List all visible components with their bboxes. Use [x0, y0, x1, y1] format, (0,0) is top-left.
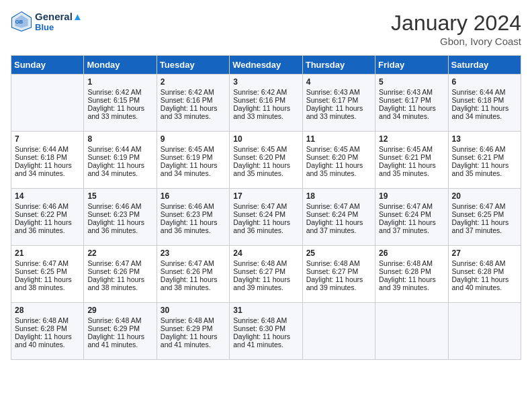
cell-line: Sunset: 6:30 PM — [233, 324, 298, 332]
cell-line: Sunrise: 6:48 AM — [15, 316, 80, 324]
cell-line: Sunrise: 6:45 AM — [379, 145, 444, 153]
cell-line: Sunrise: 6:42 AM — [87, 88, 152, 96]
cell-line: Daylight: 11 hours — [87, 104, 152, 112]
cell-line: Daylight: 11 hours — [452, 161, 517, 169]
cell-line: Sunset: 6:22 PM — [15, 210, 80, 218]
cell-line: Daylight: 11 hours — [233, 275, 298, 283]
cell-line: Daylight: 11 hours — [233, 332, 298, 340]
cell-line: Daylight: 11 hours — [306, 104, 371, 112]
cell-line: Sunset: 6:17 PM — [306, 96, 371, 104]
cell-line: and 35 minutes. — [379, 169, 444, 177]
calendar-cell: 20Sunrise: 6:47 AMSunset: 6:25 PMDayligh… — [448, 189, 521, 246]
cell-line: and 37 minutes. — [306, 226, 371, 234]
calendar-cell: 25Sunrise: 6:48 AMSunset: 6:27 PMDayligh… — [302, 246, 375, 303]
calendar-cell — [448, 303, 521, 360]
cell-line: Sunset: 6:25 PM — [15, 267, 80, 275]
col-header-thursday: Thursday — [302, 56, 375, 75]
calendar-cell: 1Sunrise: 6:42 AMSunset: 6:15 PMDaylight… — [84, 75, 157, 132]
cell-line: and 35 minutes. — [306, 169, 371, 177]
cell-line: and 34 minutes. — [15, 169, 80, 177]
cell-line: Sunset: 6:21 PM — [452, 153, 517, 161]
cell-line: and 35 minutes. — [452, 169, 517, 177]
calendar-cell: 3Sunrise: 6:42 AMSunset: 6:16 PMDaylight… — [230, 75, 302, 132]
cell-line: Daylight: 11 hours — [15, 218, 80, 226]
day-number: 28 — [15, 306, 80, 315]
cell-line: and 36 minutes. — [161, 226, 226, 234]
cell-line: Daylight: 11 hours — [87, 161, 152, 169]
cell-line: and 39 minutes. — [379, 283, 444, 291]
cell-line: Sunrise: 6:47 AM — [452, 202, 517, 210]
title-block: January 2024 Gbon, Ivory Coast — [391, 11, 521, 47]
cell-line: Sunset: 6:16 PM — [233, 96, 298, 104]
day-number: 14 — [15, 191, 80, 201]
cell-line: Daylight: 11 hours — [233, 218, 298, 226]
cell-line: Sunrise: 6:47 AM — [306, 202, 371, 210]
cell-line: Sunrise: 6:43 AM — [379, 88, 444, 96]
col-header-sunday: Sunday — [11, 56, 84, 75]
cell-line: and 33 minutes. — [306, 112, 371, 120]
cell-line: Sunset: 6:24 PM — [233, 210, 298, 218]
cell-line: Sunrise: 6:45 AM — [161, 145, 226, 153]
cell-line: and 38 minutes. — [161, 283, 226, 291]
calendar-cell: 28Sunrise: 6:48 AMSunset: 6:28 PMDayligh… — [11, 303, 84, 360]
calendar-cell: 11Sunrise: 6:45 AMSunset: 6:20 PMDayligh… — [302, 132, 375, 189]
cell-line: Sunset: 6:27 PM — [306, 267, 371, 275]
cell-line: Daylight: 11 hours — [15, 161, 80, 169]
cell-line: Sunrise: 6:46 AM — [161, 202, 226, 210]
cell-line: and 41 minutes. — [233, 340, 298, 349]
cell-line: Sunrise: 6:44 AM — [87, 145, 152, 153]
cell-line: Daylight: 11 hours — [379, 275, 444, 283]
day-number: 27 — [452, 248, 517, 258]
day-number: 21 — [15, 248, 80, 258]
col-header-friday: Friday — [375, 56, 448, 75]
cell-line: Sunset: 6:25 PM — [452, 210, 517, 218]
cell-line: Daylight: 11 hours — [306, 275, 371, 283]
day-number: 6 — [452, 77, 517, 87]
cell-line: Sunset: 6:15 PM — [87, 96, 152, 104]
page-header: GB General▲ Blue January 2024 Gbon, Ivor… — [11, 11, 521, 47]
calendar-cell: 17Sunrise: 6:47 AMSunset: 6:24 PMDayligh… — [230, 189, 302, 246]
col-header-monday: Monday — [84, 56, 157, 75]
calendar-cell: 21Sunrise: 6:47 AMSunset: 6:25 PMDayligh… — [11, 246, 84, 303]
day-number: 31 — [233, 306, 298, 315]
cell-line: Daylight: 11 hours — [161, 161, 226, 169]
day-number: 7 — [15, 134, 80, 144]
cell-line: Sunrise: 6:47 AM — [379, 202, 444, 210]
calendar-cell: 24Sunrise: 6:48 AMSunset: 6:27 PMDayligh… — [230, 246, 302, 303]
cell-line: Sunrise: 6:47 AM — [161, 259, 226, 267]
calendar-cell: 22Sunrise: 6:47 AMSunset: 6:26 PMDayligh… — [84, 246, 157, 303]
cell-line: and 34 minutes. — [379, 112, 444, 120]
cell-line: and 38 minutes. — [15, 283, 80, 291]
location-subtitle: Gbon, Ivory Coast — [391, 36, 521, 47]
cell-line: Sunset: 6:26 PM — [161, 267, 226, 275]
cell-line: Sunset: 6:29 PM — [161, 324, 226, 332]
day-number: 23 — [161, 248, 226, 258]
cell-line: and 36 minutes. — [87, 226, 152, 234]
day-number: 13 — [452, 134, 517, 144]
cell-line: Sunset: 6:24 PM — [306, 210, 371, 218]
day-number: 2 — [161, 77, 226, 87]
cell-line: Daylight: 11 hours — [233, 161, 298, 169]
day-number: 5 — [379, 77, 444, 87]
calendar-cell: 16Sunrise: 6:46 AMSunset: 6:23 PMDayligh… — [157, 189, 229, 246]
cell-line: Sunrise: 6:46 AM — [87, 202, 152, 210]
cell-line: and 34 minutes. — [161, 169, 226, 177]
calendar-cell: 7Sunrise: 6:44 AMSunset: 6:18 PMDaylight… — [11, 132, 84, 189]
cell-line: and 41 minutes. — [161, 340, 226, 349]
cell-line: Sunrise: 6:43 AM — [306, 88, 371, 96]
cell-line: Daylight: 11 hours — [452, 218, 517, 226]
cell-line: Daylight: 11 hours — [161, 332, 226, 340]
cell-line: Sunrise: 6:45 AM — [233, 145, 298, 153]
cell-line: Daylight: 11 hours — [452, 104, 517, 112]
cell-line: Daylight: 11 hours — [15, 332, 80, 340]
cell-line: Sunset: 6:24 PM — [379, 210, 444, 218]
cell-line: Sunrise: 6:48 AM — [161, 316, 226, 324]
cell-line: and 36 minutes. — [15, 226, 80, 234]
svg-text:GB: GB — [15, 19, 23, 25]
calendar-table: SundayMondayTuesdayWednesdayThursdayFrid… — [11, 55, 521, 360]
cell-line: Daylight: 11 hours — [379, 161, 444, 169]
cell-line: and 35 minutes. — [233, 169, 298, 177]
cell-line: Sunset: 6:18 PM — [452, 96, 517, 104]
cell-line: and 36 minutes. — [233, 226, 298, 234]
logo: GB General▲ Blue — [11, 11, 83, 32]
